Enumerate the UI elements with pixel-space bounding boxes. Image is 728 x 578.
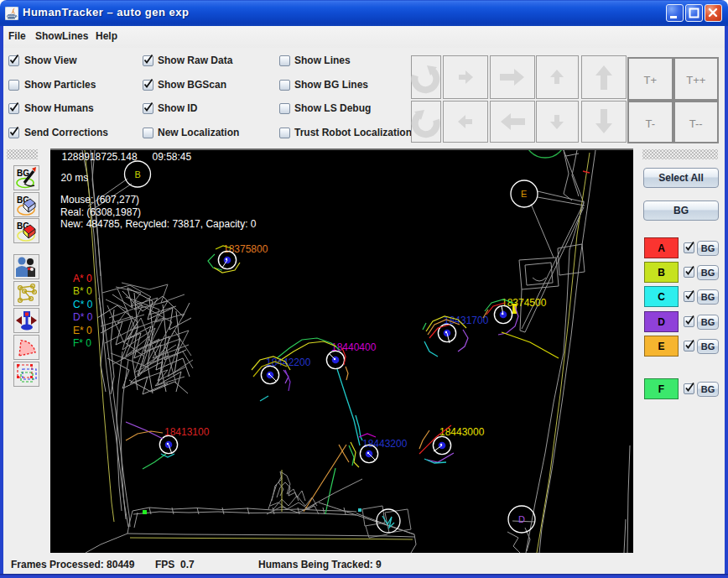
svg-text:New: 484785, Recycled: 73817,: New: 484785, Recycled: 73817, Capacity: … <box>60 218 257 230</box>
svg-text:D* 0: D* 0 <box>73 311 93 323</box>
svg-text:E* 0: E* 0 <box>73 325 92 336</box>
svg-text:18443000: 18443000 <box>439 426 485 438</box>
svg-text:C* 0: C* 0 <box>73 299 93 310</box>
svg-text:Mouse: (607,277): Mouse: (607,277) <box>60 194 139 206</box>
svg-text:F* 0: F* 0 <box>73 337 91 349</box>
svg-text:20 ms: 20 ms <box>61 172 89 184</box>
svg-text:Real: (6308,1987): Real: (6308,1987) <box>60 206 141 218</box>
svg-text:18375800: 18375800 <box>223 243 268 255</box>
svg-text:B: B <box>135 169 141 180</box>
svg-text:B* 0: B* 0 <box>73 285 92 297</box>
svg-text:09:58:45: 09:58:45 <box>153 151 192 163</box>
svg-text:A* 0: A* 0 <box>73 273 92 284</box>
svg-text:D: D <box>518 514 525 524</box>
svg-text:E: E <box>521 189 527 199</box>
svg-text:1288918725.148: 1288918725.148 <box>62 151 138 163</box>
svg-text:18443200: 18443200 <box>362 438 408 450</box>
